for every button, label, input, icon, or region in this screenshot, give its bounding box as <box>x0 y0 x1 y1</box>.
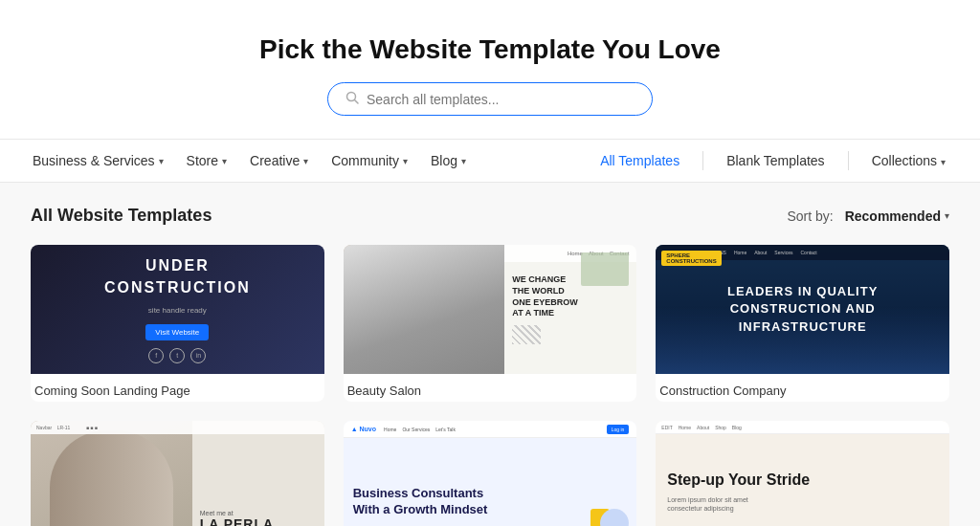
sort-value: Recommended <box>845 208 941 224</box>
section-title: All Website Templates <box>31 206 212 226</box>
chevron-down-icon: ▾ <box>222 156 227 166</box>
sort-chevron-icon: ▾ <box>945 210 949 221</box>
sort-label: Sort by: <box>788 208 834 224</box>
template-thumb-stride: EDIT HomeAboutShopBlog Step-up Your Stri… <box>656 421 949 526</box>
nav-divider <box>702 151 703 170</box>
template-thumb-company: SPHERE CONSTRUCTIONS HomeAboutServicesCo… <box>656 245 949 374</box>
nav-item-creative[interactable]: Creative ▾ <box>240 140 318 182</box>
svg-line-1 <box>355 100 359 104</box>
sort-by-control[interactable]: Sort by: Recommended ▾ <box>788 208 950 224</box>
template-card-coming-soon[interactable]: UNDERCONSTRUCTION site handle ready Visi… <box>31 245 324 402</box>
template-label-coming-soon: Coming Soon Landing Page <box>31 374 324 402</box>
chevron-down-icon: ▾ <box>303 156 308 166</box>
nav-label-business: Business & Services <box>33 153 155 168</box>
template-thumb-coming-soon: UNDERCONSTRUCTION site handle ready Visi… <box>31 245 324 374</box>
template-card-consultant[interactable]: ▲ Nuvo HomeOur ServicesLet's Talk Log in… <box>344 421 637 526</box>
nav-label-creative: Creative <box>250 153 300 168</box>
nav-item-community[interactable]: Community ▾ <box>322 140 417 182</box>
template-thumb-consultant: ▲ Nuvo HomeOur ServicesLet's Talk Log in… <box>344 421 637 526</box>
construction-cta: Visit Website <box>145 324 209 340</box>
template-card-perla[interactable]: Navbar LR-11 ■ ■ ■ Meet me at LA PERLA 3… <box>31 421 324 526</box>
nav-label-all-templates: All Templates <box>600 153 679 168</box>
nav-label-community: Community <box>331 153 399 168</box>
template-card-stride[interactable]: EDIT HomeAboutShopBlog Step-up Your Stri… <box>656 421 949 526</box>
content-header: All Website Templates Sort by: Recommend… <box>31 206 949 226</box>
template-card-company[interactable]: SPHERE CONSTRUCTIONS HomeAboutServicesCo… <box>656 245 949 402</box>
chevron-down-icon: ▾ <box>941 157 946 167</box>
search-input[interactable] <box>367 92 635 107</box>
page-title: Pick the Website Template You Love <box>19 34 961 65</box>
header-section: Pick the Website Template You Love <box>0 0 980 139</box>
chevron-down-icon: ▾ <box>159 156 164 166</box>
nav-item-store[interactable]: Store ▾ <box>177 140 236 182</box>
sort-spacer <box>837 208 841 224</box>
nav-bar: Business & Services ▾ Store ▾ Creative ▾… <box>0 139 980 183</box>
nav-divider-2 <box>848 151 849 170</box>
template-thumb-beauty: BREW ST HomeAboutContact WE CHANGETHE WO… <box>344 245 637 374</box>
template-label-beauty: Beauty Salon <box>344 374 637 402</box>
templates-grid: UNDERCONSTRUCTION site handle ready Visi… <box>31 245 949 526</box>
nav-left: Business & Services ▾ Store ▾ Creative ▾… <box>23 140 589 182</box>
nav-item-blog[interactable]: Blog ▾ <box>421 140 476 182</box>
chevron-down-icon: ▾ <box>403 156 408 166</box>
content-area: All Website Templates Sort by: Recommend… <box>0 183 980 526</box>
nav-label-blank-templates: Blank Templates <box>726 153 824 168</box>
chevron-down-icon: ▾ <box>461 156 466 166</box>
template-label-company: Construction Company <box>656 374 949 402</box>
nav-collections[interactable]: Collections ▾ <box>860 140 957 182</box>
nav-item-business[interactable]: Business & Services ▾ <box>23 140 173 182</box>
template-card-beauty[interactable]: BREW ST HomeAboutContact WE CHANGETHE WO… <box>344 245 637 402</box>
search-bar-container[interactable] <box>327 82 653 116</box>
search-icon <box>345 91 359 107</box>
template-thumb-perla: Navbar LR-11 ■ ■ ■ Meet me at LA PERLA 3… <box>31 421 324 526</box>
nav-label-blog: Blog <box>431 153 457 168</box>
search-wrapper <box>19 82 961 116</box>
nav-label-store: Store <box>187 153 218 168</box>
nav-blank-templates[interactable]: Blank Templates <box>715 140 835 182</box>
nav-all-templates[interactable]: All Templates <box>589 140 691 182</box>
nav-right: All Templates Blank Templates Collection… <box>589 140 957 182</box>
nav-label-collections: Collections <box>872 153 937 168</box>
